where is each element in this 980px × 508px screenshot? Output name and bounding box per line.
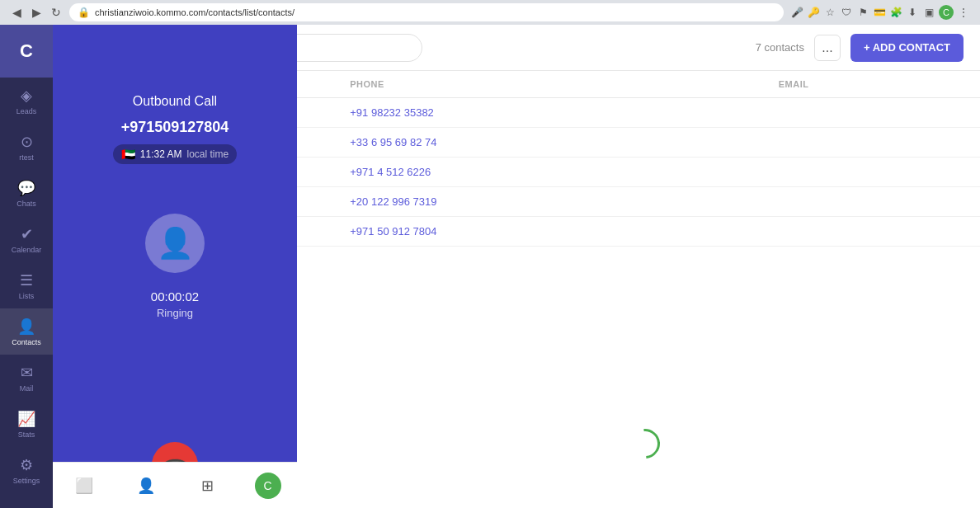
spinner-circle: [624, 423, 666, 464]
call-panel: Outbound Call +971509127804 🇦🇪 11:32 AM …: [53, 25, 297, 508]
phone-link[interactable]: +33 6 95 69 82 74: [350, 136, 436, 148]
flag-icon[interactable]: ⚑: [856, 6, 869, 19]
forward-button[interactable]: ▶: [30, 6, 43, 19]
col-phone: PHONE: [337, 71, 765, 98]
phone-link[interactable]: +971 4 512 6226: [350, 166, 431, 178]
stats-icon: 📈: [17, 410, 35, 428]
phone-cell[interactable]: +91 98232 35382: [337, 98, 765, 128]
calendar-icon: ✔: [21, 225, 33, 243]
contacts-icon: 👤: [17, 318, 35, 336]
extension-icon[interactable]: 🛡: [840, 6, 853, 19]
download-icon[interactable]: ⬇: [906, 6, 919, 19]
add-contact-button[interactable]: + ADD CONTACT: [850, 34, 964, 62]
more-options-icon[interactable]: ⋮: [957, 6, 970, 19]
call-time-badge: 🇦🇪 11:32 AM local time: [113, 144, 237, 164]
phone-cell[interactable]: +971 4 512 6226: [337, 158, 765, 187]
call-panel-bottom: ⬜ 👤 ⊞ C: [53, 462, 297, 508]
contact-card-icon[interactable]: 👤: [131, 471, 161, 501]
rtest-icon: ⊙: [21, 133, 33, 151]
chats-icon: 💬: [17, 179, 35, 197]
key-icon[interactable]: 🔑: [807, 6, 820, 19]
url-text: christianziwoio.kommo.com/contacts/list/…: [95, 7, 294, 17]
col-email: EMAIL: [766, 71, 980, 98]
screen-share-icon[interactable]: ⬜: [69, 471, 99, 501]
header-right: 7 contacts ... + ADD CONTACT: [756, 34, 964, 62]
email-cell: [766, 158, 980, 187]
sidebar: C ◈ Leads ⊙ rtest 💬 Chats ✔ Calendar ☰ L…: [0, 25, 53, 508]
call-local-label: local time: [187, 148, 229, 160]
sidebar-logo: C: [0, 25, 53, 78]
sidebar-item-settings[interactable]: ⚙ Settings: [0, 447, 53, 493]
sidebar-item-contacts[interactable]: 👤 Contacts: [0, 308, 53, 355]
phone-link[interactable]: +971 50 912 7804: [350, 225, 436, 238]
contacts-count: 7 contacts: [756, 41, 804, 54]
phone-link[interactable]: +20 122 996 7319: [350, 195, 436, 208]
call-timer: 00:00:02: [151, 289, 199, 303]
puzzle-icon[interactable]: 🧩: [889, 6, 902, 19]
call-status: Ringing: [157, 307, 193, 319]
mail-icon: ✉: [21, 364, 33, 382]
country-flag-icon: 🇦🇪: [121, 148, 135, 161]
sidebar-item-leads[interactable]: ◈ Leads: [0, 78, 53, 124]
settings-icon: ⚙: [20, 456, 33, 474]
email-cell: [766, 187, 980, 217]
wallet-icon[interactable]: 💳: [873, 6, 886, 19]
browser-chrome: ◀ ▶ ↻ 🔒 christianziwoio.kommo.com/contac…: [0, 0, 980, 25]
email-cell: [766, 217, 980, 247]
phone-cell[interactable]: +33 6 95 69 82 74: [337, 128, 765, 158]
leads-icon: ◈: [21, 87, 32, 105]
lock-icon: 🔒: [78, 7, 90, 18]
sidebar-toggle-icon[interactable]: ▣: [922, 6, 935, 19]
sidebar-item-chats[interactable]: 💬 Chats: [0, 170, 53, 216]
sidebar-item-mail[interactable]: ✉ Mail: [0, 355, 53, 401]
more-options-button[interactable]: ...: [814, 35, 841, 61]
call-avatar-wrap: 👤: [145, 214, 205, 273]
call-time: 11:32 AM: [140, 148, 182, 160]
mic-icon[interactable]: 🎤: [790, 6, 803, 19]
email-cell: [766, 128, 980, 158]
call-avatar: 👤: [145, 214, 205, 273]
grid-icon[interactable]: ⊞: [193, 471, 223, 501]
star-icon[interactable]: ☆: [823, 6, 836, 19]
call-title: Outbound Call: [133, 94, 217, 109]
account-icon[interactable]: C: [255, 473, 281, 499]
email-cell: [766, 98, 980, 128]
browser-actions: 🎤 🔑 ☆ 🛡 ⚑ 💳 🧩 ⬇ ▣ C ⋮: [790, 5, 970, 20]
user-avatar-icon[interactable]: C: [939, 5, 954, 20]
url-bar[interactable]: 🔒 christianziwoio.kommo.com/contacts/lis…: [69, 3, 784, 21]
reload-button[interactable]: ↻: [49, 6, 63, 19]
phone-link[interactable]: +91 98232 35382: [350, 106, 434, 119]
call-number: +971509127804: [121, 119, 229, 136]
sidebar-item-rtest[interactable]: ⊙ rtest: [0, 124, 53, 170]
phone-cell[interactable]: +20 122 996 7319: [337, 187, 765, 217]
lists-icon: ☰: [20, 271, 33, 289]
phone-cell[interactable]: +971 50 912 7804: [337, 217, 765, 247]
sidebar-item-lists[interactable]: ☰ Lists: [0, 262, 53, 308]
loading-spinner: [630, 429, 660, 459]
sidebar-item-calendar[interactable]: ✔ Calendar: [0, 216, 53, 262]
sidebar-item-stats[interactable]: 📈 Stats: [0, 401, 53, 447]
back-button[interactable]: ◀: [10, 6, 23, 19]
